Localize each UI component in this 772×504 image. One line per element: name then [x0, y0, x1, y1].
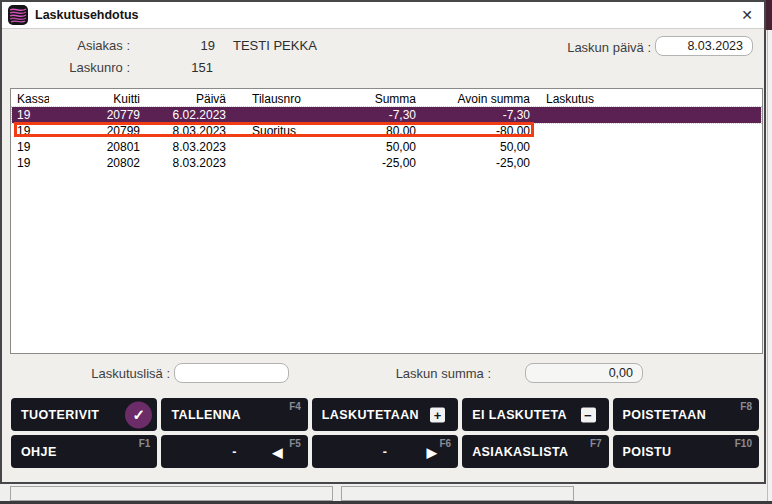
cell-summa: -7,30: [333, 107, 416, 123]
ei-laskuteta-button[interactable]: EI LASKUTETA −: [462, 398, 608, 431]
fkey-label: F7: [590, 438, 602, 449]
laskun-paiva-label: Laskun päivä :: [540, 40, 651, 55]
invoice-rows-table[interactable]: Kassa Kuitti Päivä Tilausnro Summa Avoin…: [10, 88, 763, 354]
laskutuslisa-label: Laskutuslisä :: [62, 366, 170, 381]
col-header-kuitti: Kuitti: [58, 91, 140, 107]
cell-kassa: 19: [17, 139, 49, 155]
cell-avoin-summa: -80,00: [438, 123, 530, 139]
asiakas-name: TESTI PEKKA: [233, 38, 317, 53]
next-button[interactable]: - ▶ F6: [312, 435, 458, 468]
tallenna-button[interactable]: TALLENNA F4: [161, 398, 307, 431]
close-icon[interactable]: ✕: [736, 2, 758, 29]
asiakaslista-button[interactable]: ASIAKASLISTA F7: [462, 435, 608, 468]
laskun-summa-input[interactable]: [525, 363, 643, 383]
cell-paiva: 6.02.2023: [143, 107, 226, 123]
previous-button[interactable]: - ◀ F5: [161, 435, 307, 468]
button-label: TALLENNA: [171, 408, 241, 422]
parent-window-corner: [765, 0, 772, 30]
cell-kassa: 19: [17, 123, 49, 139]
cell-paiva: 8.03.2023: [143, 155, 226, 171]
triangle-right-icon: ▶: [427, 444, 437, 459]
cell-paiva: 8.03.2023: [143, 123, 226, 139]
poistetaan-button[interactable]: POISTETAAN F8: [613, 398, 759, 431]
button-label: -: [232, 445, 237, 459]
screen: Laskutusehdotus ✕ Asiakas : 19 TESTI PEK…: [0, 0, 772, 504]
table-row[interactable]: 19 20802 8.03.2023 -25,00 -25,00: [12, 155, 761, 171]
laskun-summa-label: Laskun summa :: [392, 366, 491, 381]
button-grid: TUOTERIVIT ✓ TALLENNA F4 LASKUTETAAN + E…: [11, 398, 759, 468]
triangle-left-icon: ◀: [272, 444, 282, 459]
fkey-label: F10: [735, 438, 752, 449]
titlebar: Laskutusehdotus ✕: [2, 2, 764, 29]
fkey-label: F4: [289, 401, 301, 412]
ohje-button[interactable]: OHJE F1: [11, 435, 157, 468]
cell-kuitti: 20802: [58, 155, 140, 171]
cell-kuitti: 20801: [58, 139, 140, 155]
asiakas-label: Asiakas :: [30, 38, 130, 53]
button-label: POISTETAAN: [623, 408, 707, 422]
laskun-paiva-input[interactable]: [655, 36, 753, 56]
fkey-label: F1: [139, 438, 151, 449]
button-label: POISTU: [623, 445, 672, 459]
button-label: OHJE: [21, 445, 57, 459]
app-icon: [8, 5, 28, 25]
status-panel: [341, 486, 574, 501]
button-label: ASIAKASLISTA: [472, 445, 568, 459]
laskutusehdotus-window: Laskutusehdotus ✕ Asiakas : 19 TESTI PEK…: [0, 0, 766, 484]
cell-avoin-summa: 50,00: [438, 139, 530, 155]
table-row[interactable]: 19 20799 8.03.2023 Suoritus 80,00 -80,00: [12, 123, 761, 139]
tuoterivit-button[interactable]: TUOTERIVIT ✓: [11, 398, 157, 431]
cell-kuitti: 20779: [58, 107, 140, 123]
table-row[interactable]: 19 20801 8.03.2023 50,00 50,00: [12, 139, 761, 155]
asiakas-number: 19: [150, 38, 215, 53]
button-label: LASKUTETAAN: [322, 408, 419, 422]
check-icon: ✓: [125, 401, 152, 428]
cell-avoin-summa: -7,30: [438, 107, 530, 123]
laskutetaan-button[interactable]: LASKUTETAAN +: [312, 398, 458, 431]
window-title: Laskutusehdotus: [35, 2, 139, 29]
col-header-paiva: Päivä: [143, 91, 226, 107]
button-label: EI LASKUTETA: [472, 408, 567, 422]
fkey-label: F8: [740, 401, 752, 412]
table-row[interactable]: 19 20779 6.02.2023 -7,30 -7,30: [12, 107, 761, 123]
cell-summa: 80,00: [333, 123, 416, 139]
col-header-avoin-summa: Avoin summa: [438, 91, 530, 107]
status-panel: [10, 486, 333, 501]
button-label: TUOTERIVIT: [21, 408, 99, 422]
cell-summa: 50,00: [333, 139, 416, 155]
cell-avoin-summa: -25,00: [438, 155, 530, 171]
cell-paiva: 8.03.2023: [143, 139, 226, 155]
cell-kassa: 19: [17, 107, 49, 123]
table-header-row: Kassa Kuitti Päivä Tilausnro Summa Avoin…: [12, 91, 761, 107]
plus-icon: +: [430, 407, 445, 422]
cell-kuitti: 20799: [58, 123, 140, 139]
col-header-kassa: Kassa: [17, 91, 49, 107]
parent-window-right-edge: [767, 0, 772, 504]
fkey-label: F6: [440, 438, 452, 449]
col-header-summa: Summa: [333, 91, 416, 107]
fkey-label: F5: [289, 438, 301, 449]
laskutuslisa-input[interactable]: [174, 363, 289, 383]
button-label: -: [383, 445, 388, 459]
laskunro-value: 151: [150, 60, 213, 75]
poistu-button[interactable]: POISTU F10: [613, 435, 759, 468]
cell-summa: -25,00: [333, 155, 416, 171]
col-header-laskutus: Laskutus: [546, 91, 641, 107]
laskunro-label: Laskunro :: [30, 60, 130, 75]
cell-kassa: 19: [17, 155, 49, 171]
status-bar: [0, 484, 766, 501]
minus-icon: −: [581, 407, 596, 422]
